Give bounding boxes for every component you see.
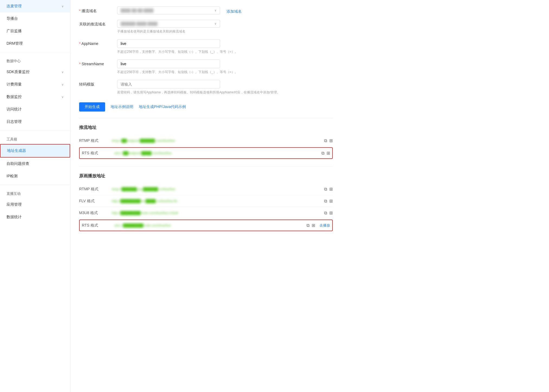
sidebar-section-shujuzhongxin: 数据中心 SDK质量监控 ∨ 计费用量 ∨ 数据监控 ∨ 访问统计 日志管理: [0, 54, 70, 128]
action-bar: 开始生成 地址示例说明 地址生成PHP/Java代码示例: [79, 102, 333, 112]
qr-icon[interactable]: ⊞: [329, 198, 333, 204]
sidebar-section-title-shuju: 数据中心: [0, 54, 70, 66]
transcode-label: 转码模版: [79, 80, 117, 87]
streamname-label: StreamName: [79, 60, 117, 66]
sidebar-item-fangwen[interactable]: 访问统计: [0, 103, 70, 116]
sidebar-item-rizhi[interactable]: 日志管理: [0, 116, 70, 128]
push-section: 推流地址 RTMP 格式 rtmp://██testpush██████.com…: [79, 118, 333, 159]
play-rts-icons: ⧉ ⊞ 去播放: [306, 223, 330, 228]
sidebar-item-shujutj[interactable]: 数据统计: [0, 211, 70, 223]
push-rts-row: RTS 格式 artc://██testpush████.com/live/li…: [79, 147, 333, 159]
push-rts-icons: ⧉ ⊞: [321, 151, 330, 156]
generate-button[interactable]: 开始生成: [79, 102, 105, 112]
add-domain-link[interactable]: 添加域名: [227, 7, 242, 14]
form-row-related: 关联的推流域名 ██████ ████ ████ ∨ 子播放域名使用的是主播放域…: [79, 20, 333, 34]
push-rtmp-icons: ⧉ ⊞: [324, 138, 333, 143]
play-flv-label: FLV 格式: [79, 199, 112, 204]
boliu-label: 播流域名: [79, 6, 117, 14]
play-m3u8-label: M3U8 格式: [79, 211, 112, 215]
play-flv-url: http://████████live████.cn/live/live.flv: [112, 199, 321, 203]
sidebar-item-guangmu[interactable]: 广目监播: [0, 25, 70, 37]
form-row-transcode: 转码模版 若需转码，请先填写AppName，再选择转码模板。转码模板选项和所填A…: [79, 80, 333, 95]
form-content: 播流域名 ████ ██ ██ ████ ∨ 添加域名 关联的推流域名 ████…: [70, 0, 341, 238]
push-rts-url: artc://██testpush████.com/live/live: [114, 151, 319, 155]
boliu-control: ████ ██ ██ ████ ∨ 添加域名: [117, 6, 333, 14]
play-rtmp-label: RTMP 格式: [79, 187, 112, 192]
boliu-select[interactable]: ████ ██ ██ ████ ∨: [117, 6, 220, 14]
play-rts-url: artc://████████hcdn.com/live/live: [114, 223, 304, 227]
example-link[interactable]: 地址示例说明: [111, 104, 133, 109]
play-rtmp-row: RTMP 格式 rtmp://██████play██████.cn/live/…: [79, 183, 333, 195]
related-chevron-icon: ∨: [214, 22, 217, 25]
play-m3u8-row: M3U8 格式 http://████████hcdn.com/live/liv…: [79, 207, 333, 219]
form-row-boliu: 播流域名 ████ ██ ██ ████ ∨ 添加域名: [79, 6, 333, 14]
form-row-appname: AppName 不超过256字符，支持数字、大小写字母、短划线（-）、下划线（_…: [79, 39, 333, 54]
push-rtmp-row: RTMP 格式 rtmp://██testpush██████.com/live…: [79, 135, 333, 147]
push-section-title: 推流地址: [79, 125, 333, 130]
related-hint: 子播放域名使用的是主播放域名关联的推流域名: [117, 29, 333, 34]
qr-icon[interactable]: ⊞: [312, 223, 315, 228]
push-rtmp-url: rtmp://██testpush██████.com/live/live: [112, 139, 321, 143]
sidebar-divider-2: [0, 130, 70, 130]
boliu-select-value: ████ ██ ██ ████: [121, 8, 153, 12]
copy-icon[interactable]: ⧉: [324, 211, 327, 215]
appname-input[interactable]: [117, 39, 220, 48]
related-control: ██████ ████ ████ ∨ 子播放域名使用的是主播放域名关联的推流域名: [117, 20, 333, 34]
related-select[interactable]: ██████ ████ ████ ∨: [117, 20, 220, 28]
sidebar-item-lianmai[interactable]: 连麦管理 ∨: [0, 0, 70, 12]
sidebar-item-dizhi[interactable]: 地址生成器: [0, 144, 70, 158]
qr-icon[interactable]: ⊞: [329, 138, 333, 143]
streamname-hint: 不超过256字符，支持数字、大小写字母、短划线（-）、下划线（_）、等号（=）。: [117, 70, 333, 74]
push-rtmp-label: RTMP 格式: [79, 138, 112, 143]
sidebar-section-title-gongjuxiang: 工具箱: [0, 133, 70, 144]
appname-hint: 不超过256字符，支持数字、大小写字母、短划线（-）、下划线（_）、等号（=）。: [117, 50, 333, 54]
streamname-control: 不超过256字符，支持数字、大小写字母、短划线（-）、下划线（_）、等号（=）。: [117, 60, 333, 74]
sidebar-item-yingyong[interactable]: 应用管理: [0, 198, 70, 211]
play-m3u8-icons: ⧉ ⊞: [324, 210, 333, 215]
sidebar-item-zizhu[interactable]: 自助问题排查: [0, 158, 70, 170]
chevron-down-icon: ∨: [62, 5, 64, 8]
play-section: 原画播放地址 RTMP 格式 rtmp://██████play██████.c…: [79, 166, 333, 231]
chevron-down-icon: ∨: [62, 70, 64, 74]
sidebar-section-gongjuxiang: 工具箱 地址生成器 自助问题排查 IP检测: [0, 133, 70, 182]
transcode-hint: 若需转码，请先填写AppName，再选择转码模板。转码模板选项和所填AppNam…: [117, 90, 333, 95]
sidebar-item-daobotai[interactable]: 导播台: [0, 12, 70, 25]
transcode-control: 若需转码，请先填写AppName，再选择转码模板。转码模板选项和所填AppNam…: [117, 80, 333, 95]
sidebar-item-sdk[interactable]: SDK质量监控 ∨: [0, 66, 70, 78]
sidebar-section-zhibo: 直播互动 应用管理 数据统计: [0, 187, 70, 223]
qr-icon[interactable]: ⊞: [327, 151, 330, 156]
code-example-link[interactable]: 地址生成PHP/Java代码示例: [139, 104, 186, 109]
play-rts-row: RTS 格式 artc://████████hcdn.com/live/live…: [79, 220, 333, 231]
play-flv-row: FLV 格式 http://████████live████.cn/live/l…: [79, 195, 333, 207]
play-rtmp-icons: ⧉ ⊞: [324, 187, 333, 192]
related-label: 关联的推流域名: [79, 20, 117, 27]
qr-icon[interactable]: ⊞: [329, 210, 333, 215]
play-section-title: 原画播放地址: [79, 173, 333, 179]
qr-icon[interactable]: ⊞: [329, 187, 333, 192]
main-content: 播流域名 ████ ██ ██ ████ ∨ 添加域名 关联的推流域名 ████…: [70, 0, 549, 392]
sidebar-section-title-zhibo: 直播互动: [0, 187, 70, 198]
play-rtmp-url: rtmp://██████play██████.cn/live/live: [112, 187, 321, 191]
transcode-input[interactable]: [117, 80, 220, 89]
sidebar: 连麦管理 ∨ 导播台 广目监播 DRM管理 数据中心 SDK质量监控 ∨ 计费用…: [0, 0, 70, 392]
copy-icon[interactable]: ⧉: [324, 138, 327, 143]
play-m3u8-url: http://████████hcdn.com/live/live.m3u8: [112, 211, 321, 215]
copy-icon[interactable]: ⧉: [321, 151, 324, 156]
sidebar-divider-3: [0, 185, 70, 185]
related-select-value: ██████ ████ ████: [121, 22, 157, 26]
sidebar-item-ip[interactable]: IP检测: [0, 170, 70, 182]
play-rts-label: RTS 格式: [82, 223, 114, 228]
copy-icon[interactable]: ⧉: [324, 187, 327, 192]
sidebar-item-jiafei[interactable]: 计费用量 ∨: [0, 78, 70, 91]
copy-icon[interactable]: ⧉: [306, 223, 309, 228]
appname-label: AppName: [79, 39, 117, 46]
sidebar-section-1: 连麦管理 ∨ 导播台 广目监播 DRM管理: [0, 0, 70, 50]
push-rts-label: RTS 格式: [82, 151, 114, 156]
sidebar-item-drm[interactable]: DRM管理: [0, 37, 70, 50]
copy-icon[interactable]: ⧉: [324, 199, 327, 204]
chevron-down-icon: ∨: [62, 83, 64, 86]
go-play-link[interactable]: 去播放: [319, 223, 330, 228]
sidebar-item-shuju[interactable]: 数据监控 ∨: [0, 91, 70, 103]
streamname-input[interactable]: [117, 60, 220, 68]
sidebar-divider-1: [0, 52, 70, 52]
